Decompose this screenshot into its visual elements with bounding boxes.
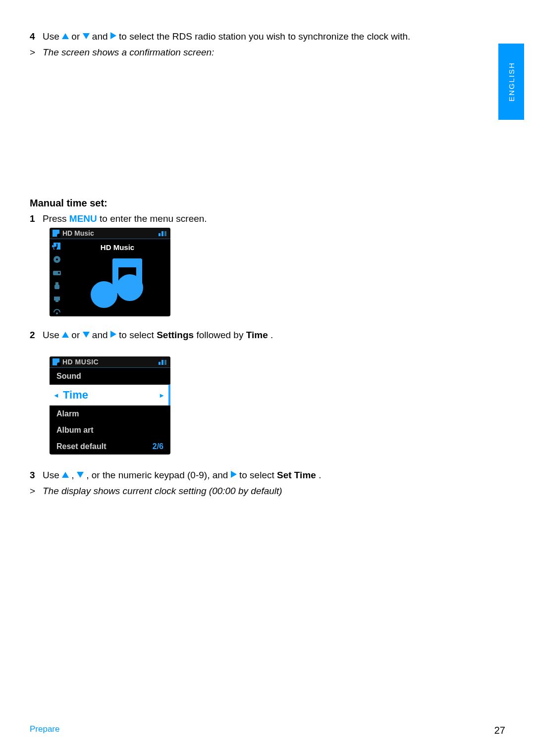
settings-item-time-selected: ◂ Time ▸ <box>50 384 170 405</box>
right-icon <box>110 32 116 39</box>
step-1: 1 Press MENU to enter the menu screen. <box>30 212 505 226</box>
screen1-main: HD Music <box>64 239 170 316</box>
screen1-main-title: HD Music <box>101 243 134 252</box>
settings-item-album-art: Album art <box>50 422 170 438</box>
right-arrow-icon: ▸ <box>160 391 163 399</box>
page-indicator: 2/6 <box>153 442 163 451</box>
t: and <box>92 330 110 340</box>
t: or <box>71 330 82 340</box>
step-number: 2 <box>30 328 43 342</box>
step-number: 4 <box>30 30 43 44</box>
signal-icon <box>159 230 167 236</box>
svg-rect-10 <box>55 301 58 302</box>
reset-label: Reset default <box>56 442 106 451</box>
step-4: 4 Use or and to select the RDS radio sta… <box>30 30 505 44</box>
up-icon <box>62 332 69 338</box>
down-icon <box>83 33 90 39</box>
screen2-header: HD MUSIC <box>50 356 170 368</box>
step-3-text: Use , , or the numeric keypad (0-9), and… <box>43 468 505 482</box>
sidebar-music-icon <box>53 242 61 251</box>
step-4-text: Use or and to select the RDS radio stati… <box>43 30 505 44</box>
language-tab: ENGLISH <box>498 44 524 120</box>
menu-label: MENU <box>69 213 97 224</box>
svg-rect-2 <box>56 244 57 248</box>
rds-step-block: 4 Use or and to select the RDS radio sta… <box>30 30 505 59</box>
step-number: 3 <box>30 468 43 482</box>
settings-item-alarm: Alarm <box>50 405 170 422</box>
settings-item-reset: Reset default 2/6 <box>50 438 170 454</box>
result-marker: > <box>30 484 43 498</box>
svg-point-11 <box>56 312 58 314</box>
svg-rect-8 <box>54 285 59 289</box>
device-screen-settings: HD MUSIC Sound ◂ Time ▸ Alarm Album art … <box>50 356 170 454</box>
right-icon <box>110 331 116 338</box>
music-note-icon <box>53 358 59 365</box>
screen2-title: HD MUSIC <box>62 358 99 366</box>
set-time-label: Set Time <box>277 470 316 480</box>
t: , <box>71 470 77 480</box>
screen1-header: HD Music <box>50 228 170 239</box>
manual-page: ENGLISH 4 Use or and to select the RDS r… <box>0 0 535 756</box>
t: or <box>71 31 82 42</box>
svg-rect-9 <box>54 297 60 301</box>
music-note-icon <box>53 230 59 237</box>
footer-section: Prepare <box>30 724 59 734</box>
up-icon <box>62 472 69 478</box>
sidebar-usb-icon <box>53 282 61 290</box>
down-icon <box>83 332 90 338</box>
t: , or the numeric keypad (0-9), and <box>86 470 230 480</box>
t: . <box>319 470 321 480</box>
step-1-text: Press MENU to enter the menu screen. <box>43 212 505 226</box>
step-3-result: > The display shows current clock settin… <box>30 484 505 498</box>
t: to enter the menu screen. <box>100 213 207 224</box>
settings-item-sound: Sound <box>50 368 170 384</box>
sidebar-cd-icon <box>53 255 61 263</box>
settings-list: Sound ◂ Time ▸ Alarm Album art Reset def… <box>50 368 170 454</box>
step-4-result-text: The screen shows a confirmation screen: <box>43 46 505 59</box>
down-icon <box>77 472 84 478</box>
sidebar-radio-icon <box>53 268 61 277</box>
t: and <box>92 31 110 42</box>
screen1-title: HD Music <box>62 229 94 237</box>
step-3-result-text: The display shows current clock setting … <box>43 484 505 498</box>
left-arrow-icon: ◂ <box>54 391 58 399</box>
step-2: 2 Use or and to select Settings followed… <box>30 328 505 342</box>
t: Use <box>43 330 62 340</box>
music-note-large-icon <box>88 255 147 310</box>
step-3: 3 Use , , or the numeric keypad (0-9), a… <box>30 468 505 482</box>
sidebar-aux-icon <box>53 295 61 303</box>
t: to select <box>239 470 277 480</box>
t: . <box>270 330 273 340</box>
step-number: 1 <box>30 212 43 226</box>
svg-point-4 <box>56 258 58 260</box>
screen1-sidebar <box>50 239 64 316</box>
time-label: Time <box>246 330 268 340</box>
signal-icon <box>159 359 167 365</box>
t: Press <box>43 213 69 224</box>
t: Use <box>43 470 62 480</box>
device-screen-hdmusic: HD Music <box>50 228 170 316</box>
section-heading: Manual time set: <box>30 198 505 209</box>
sidebar-network-icon <box>53 308 61 316</box>
screen1-body: HD Music <box>50 239 170 316</box>
svg-rect-7 <box>55 282 58 285</box>
t: to select the RDS radio station you wish… <box>119 31 410 42</box>
t: followed by <box>196 330 246 340</box>
svg-point-6 <box>58 272 60 274</box>
right-icon <box>231 471 237 478</box>
page-number: 27 <box>494 725 505 736</box>
t: Use <box>43 31 62 42</box>
settings-item-time-label: Time <box>63 389 88 402</box>
result-marker: > <box>30 46 43 59</box>
settings-label: Settings <box>157 330 194 340</box>
t: to select <box>119 330 157 340</box>
step-2-text: Use or and to select Settings followed b… <box>43 328 505 342</box>
step-4-result: > The screen shows a confirmation screen… <box>30 46 505 59</box>
up-icon <box>62 33 69 39</box>
